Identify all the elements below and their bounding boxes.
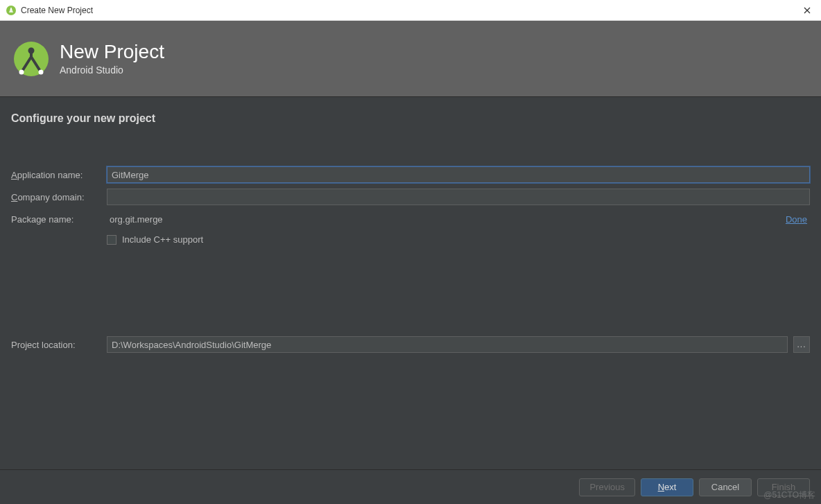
package-name-row: org.git.merge Done (107, 211, 810, 227)
cancel-button[interactable]: Cancel (699, 478, 752, 496)
company-domain-input[interactable] (107, 189, 810, 205)
finish-button[interactable]: Finish (757, 478, 810, 496)
android-studio-logo-icon (12, 40, 50, 78)
svg-point-7 (39, 69, 44, 74)
project-location-input[interactable] (107, 336, 788, 353)
form-grid: Application name: Company domain: Packag… (11, 166, 810, 245)
package-name-label: Package name: (11, 214, 101, 225)
app-icon (6, 5, 17, 16)
window-title: Create New Project (21, 6, 93, 15)
close-icon[interactable] (800, 3, 814, 17)
application-name-label: Application name: (11, 170, 101, 180)
package-done-link[interactable]: Done (786, 214, 807, 225)
project-location-row: Project location: ... (11, 336, 810, 353)
svg-point-1 (10, 8, 12, 9)
cpp-support-label: Include C++ support (122, 234, 203, 245)
package-name-value: org.git.merge (107, 214, 786, 225)
banner: New Project Android Studio (0, 21, 821, 97)
svg-point-6 (19, 69, 24, 74)
company-domain-label: Company domain: (11, 192, 101, 202)
section-heading: Configure your new project (11, 112, 810, 125)
application-name-input[interactable] (107, 166, 810, 183)
cpp-support-row: Include C++ support (107, 234, 810, 245)
browse-button[interactable]: ... (793, 336, 810, 353)
cpp-support-checkbox[interactable] (107, 235, 116, 245)
previous-button[interactable]: Previous (579, 478, 635, 496)
project-location-label: Project location: (11, 340, 101, 350)
titlebar: Create New Project (0, 0, 821, 21)
banner-title: New Project (60, 42, 164, 63)
dialog-body: New Project Android Studio Configure you… (0, 21, 821, 504)
next-button[interactable]: Next (641, 478, 693, 496)
banner-subtitle: Android Studio (60, 64, 164, 76)
content-area: Configure your new project Application n… (0, 97, 821, 469)
footer: Previous Next Cancel Finish (0, 469, 821, 504)
